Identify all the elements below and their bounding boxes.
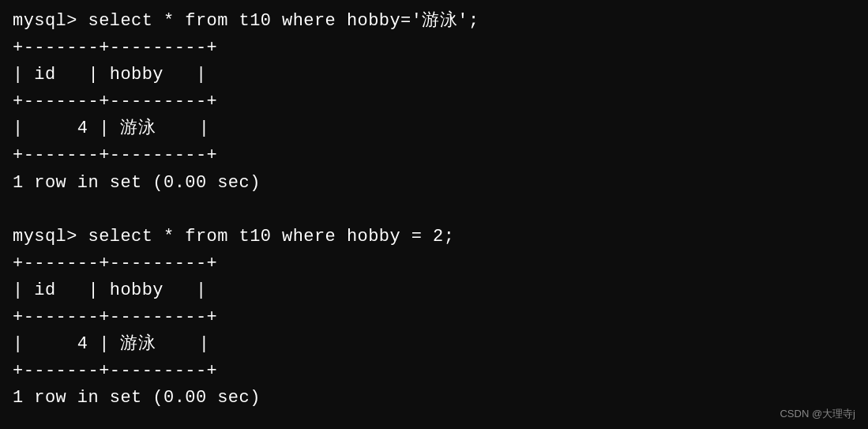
terminal-line: 1 row in set (0.00 sec) <box>13 385 855 412</box>
terminal-output: mysql> select * from t10 where hobby='游泳… <box>13 8 855 412</box>
terminal-line: | 4 | 游泳 | <box>13 331 855 358</box>
terminal-line: +-------+---------+ <box>13 250 855 277</box>
terminal-line: +-------+---------+ <box>13 358 855 385</box>
terminal-line: +-------+---------+ <box>13 35 855 62</box>
terminal-line: | id | hobby | <box>13 62 855 88</box>
terminal-line: mysql> select * from t10 where hobby = 2… <box>13 224 855 250</box>
terminal-line: | 4 | 游泳 | <box>13 115 855 142</box>
terminal-line: | id | hobby | <box>13 277 855 304</box>
terminal-line: +-------+---------+ <box>13 304 855 331</box>
terminal-line: +-------+---------+ <box>13 88 855 115</box>
terminal-line: mysql> select * from t10 where hobby='游泳… <box>13 8 855 35</box>
watermark: CSDN @大理寺j <box>780 407 855 421</box>
terminal-line: +-------+---------+ <box>13 142 855 169</box>
terminal-line: 1 row in set (0.00 sec) <box>13 170 855 197</box>
terminal-line <box>13 197 855 224</box>
